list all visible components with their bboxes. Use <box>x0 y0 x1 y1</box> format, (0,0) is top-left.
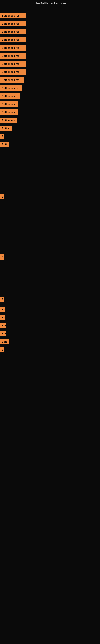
bottleneck-item[interactable]: B <box>0 134 3 139</box>
bottleneck-item[interactable]: Bottleneck res <box>0 45 26 50</box>
bottleneck-item[interactable]: Bottleneck res <box>0 29 26 34</box>
bottleneck-item[interactable]: Bottleneck res <box>0 37 26 42</box>
bottleneck-item[interactable]: B <box>0 254 3 260</box>
bottleneck-item[interactable]: Bottleneck re <box>0 85 22 91</box>
bottleneck-item[interactable]: Bot <box>0 323 6 328</box>
bottleneck-item[interactable]: Bott <box>0 142 9 147</box>
bottleneck-item[interactable]: Bottleneck res <box>0 53 26 58</box>
bottleneck-item[interactable]: Bo <box>0 307 5 312</box>
bottleneck-item[interactable]: Bot <box>0 331 6 336</box>
bottleneck-item[interactable]: Bottleneck <box>0 118 17 123</box>
bottleneck-item[interactable]: Bott <box>0 339 9 344</box>
bottleneck-item[interactable]: Bo <box>0 315 5 320</box>
site-title-container: TheBottlenecker.com <box>0 0 100 7</box>
bottleneck-item[interactable]: Bottleneck res <box>0 21 26 26</box>
bottleneck-item[interactable]: Bottleneck res <box>0 77 24 83</box>
bottleneck-item[interactable]: Bottleneck res <box>0 61 26 66</box>
bottleneck-item[interactable]: Bottleneck r <box>0 94 20 99</box>
bottleneck-item[interactable]: Bottleneck res <box>0 13 26 18</box>
bottleneck-item[interactable]: Bottleneck res <box>0 69 26 75</box>
bottleneck-item[interactable]: B <box>0 347 3 352</box>
bottleneck-item[interactable]: Bottleneck <box>0 102 18 107</box>
bottleneck-item[interactable]: B <box>0 297 3 302</box>
site-title: TheBottlenecker.com <box>34 0 66 7</box>
bottleneck-item[interactable]: B <box>0 194 3 200</box>
bottleneck-item[interactable]: Bottle <box>0 126 12 131</box>
bottleneck-item[interactable]: Bottleneck <box>0 110 18 115</box>
